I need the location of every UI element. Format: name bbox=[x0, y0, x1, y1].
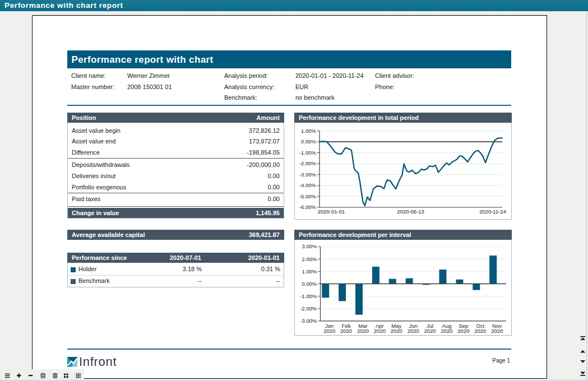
svg-text:2.00%: 2.00% bbox=[302, 256, 317, 262]
svg-text:0.00%: 0.00% bbox=[302, 281, 317, 287]
svg-text:2020: 2020 bbox=[323, 328, 335, 334]
svg-text:-1.00%: -1.00% bbox=[300, 293, 317, 299]
svg-text:2020: 2020 bbox=[391, 328, 402, 334]
svg-text:-2.00%: -2.00% bbox=[299, 160, 317, 166]
svg-text:-1.00%: -1.00% bbox=[299, 150, 317, 156]
svg-text:2020-01-01: 2020-01-01 bbox=[318, 208, 345, 215]
svg-text:2020: 2020 bbox=[374, 328, 386, 334]
svg-text:-6.00%: -6.00% bbox=[299, 204, 317, 210]
svg-text:-5.00%: -5.00% bbox=[299, 193, 317, 199]
svg-text:2020: 2020 bbox=[457, 328, 469, 334]
svg-text:-3.00%: -3.00% bbox=[299, 171, 317, 178]
svg-text:0.00%: 0.00% bbox=[301, 138, 316, 145]
svg-text:1.00%: 1.00% bbox=[301, 128, 316, 134]
svg-text:1.00%: 1.00% bbox=[302, 268, 317, 275]
svg-text:2020: 2020 bbox=[441, 328, 452, 334]
svg-text:2020-06-13: 2020-06-13 bbox=[397, 208, 424, 215]
svg-text:-4.00%: -4.00% bbox=[299, 182, 317, 188]
svg-text:2020: 2020 bbox=[491, 328, 503, 334]
svg-text:2020: 2020 bbox=[424, 328, 436, 334]
svg-text:3.00%: 3.00% bbox=[302, 243, 317, 249]
svg-text:2020: 2020 bbox=[357, 328, 369, 334]
svg-text:2020: 2020 bbox=[340, 328, 352, 334]
svg-text:-3.00%: -3.00% bbox=[300, 318, 317, 324]
svg-text:2020: 2020 bbox=[474, 328, 486, 334]
svg-text:-2.00%: -2.00% bbox=[300, 305, 317, 312]
svg-text:2020: 2020 bbox=[408, 328, 419, 334]
svg-text:2020-11-24: 2020-11-24 bbox=[479, 208, 506, 215]
